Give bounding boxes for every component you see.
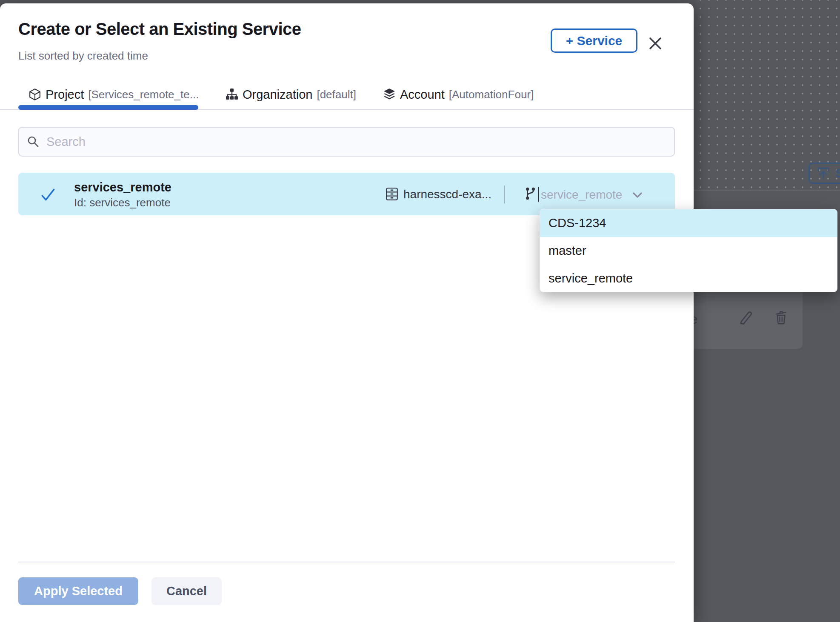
search-input[interactable] (46, 135, 674, 149)
tab-organization[interactable]: Organization [default] (226, 83, 356, 106)
tab-organization-label: Organization (243, 88, 312, 102)
modal-title: Create or Select an Existing Service (18, 20, 301, 39)
dropdown-option-cds-1234[interactable]: CDS-1234 (540, 209, 837, 237)
branch-select-placeholder[interactable]: service_remote (541, 188, 622, 202)
service-name: services_remote (74, 180, 171, 194)
dropdown-option-master[interactable]: master (540, 237, 837, 265)
org-hierarchy-icon (226, 88, 238, 101)
apply-selected-button[interactable]: Apply Selected (18, 577, 138, 605)
git-branch-icon (523, 186, 537, 201)
dropdown-option-service-remote[interactable]: service_remote (540, 265, 837, 292)
footer-divider (18, 562, 675, 562)
edit-pencil-icon[interactable] (738, 309, 754, 325)
delete-trash-icon[interactable] (773, 309, 789, 325)
tab-project-scope: [Services_remote_te... (88, 88, 199, 101)
new-service-button[interactable]: + Service (551, 29, 637, 53)
tab-account-scope: [AutomationFour] (449, 88, 534, 101)
page-header-dot-pattern (694, 0, 840, 190)
tab-account-label: Account (400, 88, 445, 102)
text-cursor (538, 187, 539, 202)
branch-dropdown-menu: CDS-1234 master service_remote (540, 209, 837, 292)
close-button[interactable] (646, 34, 665, 53)
row-divider (504, 185, 505, 203)
page-header-divider (694, 190, 840, 191)
background-save-button[interactable]: S (809, 163, 840, 184)
cancel-button[interactable]: Cancel (151, 577, 222, 605)
tab-project[interactable]: Project [Services_remote_te... (29, 83, 199, 106)
active-tab-underline (18, 105, 198, 110)
upload-icon (817, 166, 830, 180)
modal-subtitle: List sorted by created time (18, 49, 148, 63)
repository-name: harnesscd-exa... (403, 188, 491, 201)
tab-organization-scope: [default] (317, 88, 356, 101)
screen: { "colors": { "accent_blue": "#2066c6", … (0, 0, 840, 622)
check-icon (40, 186, 57, 203)
chevron-down-icon[interactable] (632, 190, 643, 201)
close-icon (647, 35, 664, 52)
service-id: Id: services_remote (74, 196, 171, 209)
background-card-row: e (680, 308, 803, 334)
background-save-label: S (835, 166, 840, 180)
repository-icon (385, 187, 399, 201)
select-service-modal: Create or Select an Existing Service Lis… (0, 3, 694, 622)
tab-account[interactable]: Account [AutomationFour] (383, 83, 534, 106)
cube-icon (29, 88, 41, 101)
tab-project-label: Project (46, 88, 84, 102)
search-icon (27, 135, 40, 148)
search-box (18, 127, 675, 157)
layers-icon (383, 88, 396, 101)
